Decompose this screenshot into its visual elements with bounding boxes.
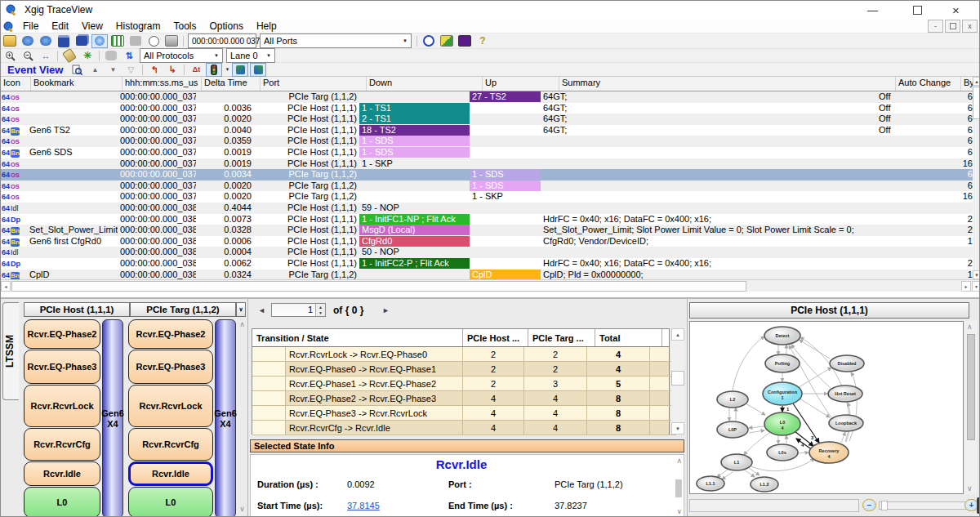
decode-b-icon[interactable] [250,63,266,77]
scroll-down-icon[interactable]: ▼ [671,422,684,435]
report-icon[interactable] [127,34,144,48]
col-header-summary[interactable]: Summary [559,77,896,91]
nav-spinner[interactable]: 1 ▲▼ [271,303,326,317]
scroll-up-icon[interactable]: ▲ [671,328,684,341]
save-icon[interactable] [56,34,72,48]
ltssm-state-rcvr-rcvrcfg[interactable]: Rcvr.RcvrCfg [24,428,100,461]
statistics-icon[interactable] [439,34,455,48]
nav-prev-icon[interactable]: ◄ [258,306,265,314]
prev-event-icon[interactable]: ▲ [87,63,103,77]
marker-icon[interactable]: ✳ [79,49,96,63]
table-row[interactable]: 64OS000:00:00.000_0370.0020PCIe Targ (1,… [1,181,973,192]
state-node-recovery[interactable]: Recovery4 [809,442,849,463]
timer-icon[interactable] [145,34,162,48]
state-node-l2[interactable]: L2 [717,391,748,408]
scroll-up-icon[interactable]: ∧ [967,323,973,331]
col-header-down[interactable]: Down [367,77,483,91]
table-row[interactable]: 64OS000:00:00.000_0370.0359PCIe Host (1,… [1,136,973,147]
info-scroll-down-icon[interactable]: ∨ [676,507,682,515]
menu-histogram[interactable]: Histogram [109,20,167,32]
ltssm-state-l0[interactable]: L0 [24,487,100,517]
ltssm-state-rcvr-idle[interactable]: Rcvr.Idle [24,461,100,486]
state-node-l0p[interactable]: L0P [717,421,748,438]
transition-vscrollbar[interactable]: ▲ ▼ [671,328,684,435]
ltssm-scroll-down-icon[interactable]: ∨ [238,505,246,513]
jump-up-icon[interactable]: ↰ [146,63,163,77]
lane-combo[interactable]: Lane 0▼ [226,48,275,63]
analyzer-icon[interactable] [457,34,473,48]
table-row[interactable]: 64Dp000:00:00.000_0380.0073PCIe Host (1,… [1,214,973,225]
transition-row[interactable]: Rcvr.EQ-Phase0 -> Rcvr.EQ-Phase1224 [252,362,669,377]
menu-view[interactable]: View [75,20,109,32]
zoom-out-icon[interactable] [20,49,36,63]
ltssm-dropdown-icon[interactable]: ∨ [236,302,246,317]
next-event-icon[interactable]: ▼ [105,63,121,77]
ports-combo[interactable]: All Ports▼ [260,33,412,48]
state-node-l1[interactable]: L1 [721,454,752,470]
ltssm-state-rcvr-eq-phase3[interactable]: Rcvr.EQ-Phase3 [24,350,100,384]
state-node-l1-1[interactable]: L1.1 [697,476,724,491]
ltssm-tab[interactable]: LTSSM [2,302,19,400]
info-clock-icon[interactable] [421,34,437,48]
table-row[interactable]: 64OS000:00:00.000_0370.0019PCIe Host (1,… [1,158,973,170]
ltssm-port-header[interactable]: PCIe Targ (1,1,2) [130,302,236,317]
table-row[interactable]: 64OS000:00:00.000_0370.0020PCIe Targ (1,… [1,191,973,203]
zoom-in-icon[interactable] [2,49,18,63]
diagram-canvas[interactable]: DetectPollingConfiguration1L04L2L0PL0sRe… [689,321,964,494]
mdi-minimize-button[interactable]: - [928,20,943,33]
state-node-loopback[interactable]: Loopback [829,415,863,431]
table-row[interactable]: 64BnGen6 SDS000:00:00.000_0370.0019PCIe … [1,147,973,158]
minimize-button[interactable]: — [854,1,891,19]
jump-down-icon[interactable]: ↳ [164,63,180,77]
menu-file[interactable]: File [16,20,45,32]
ltssm-state-rcvr-rcvrlock[interactable]: Rcvr.RcvrLock [24,385,100,427]
trans-col-1[interactable]: PCIe Host ... [463,329,528,346]
event-table-vscrollbar[interactable]: ▲ ▼ [973,77,980,279]
tag-icon[interactable] [61,49,78,63]
table-row[interactable]: 64OS000:00:00.000_037PCIe Targ (1,1,2)27… [1,91,973,103]
zoom-out-icon[interactable]: − [862,499,876,511]
state-node-l0[interactable]: L04 [764,412,800,435]
transition-row[interactable]: Rcvr.RcvrLock -> Rcvr.EQ-Phase0224 [252,347,669,362]
help-icon[interactable]: ? [474,34,491,48]
scroll-up-icon[interactable]: ▲ [973,77,980,86]
open-file-icon[interactable] [2,34,18,48]
state-node-l1-2[interactable]: L1.2 [751,477,778,492]
table-row[interactable]: 64BnGen6 first CfgRd0000:00:00.000_0380.… [1,236,973,247]
traffic-light-icon[interactable] [206,63,222,77]
grid-view-icon[interactable] [109,34,126,48]
diagram-hscrollbar[interactable] [689,499,859,512]
col-header-bookmark[interactable]: Bookmark [31,77,122,91]
updown-sync-icon[interactable]: ⇅ [121,49,137,63]
ltssm-port-header[interactable]: PCIe Host (1,1,1) [24,302,130,317]
ltssm-state-rcvr-rcvrlock[interactable]: Rcvr.RcvrLock [128,385,213,427]
event-table-hscrollbar[interactable]: ◄ ► ▼ [1,279,980,292]
start-time-link[interactable]: 37.8145 [347,501,380,510]
state-node-detect[interactable]: Detect [764,327,800,345]
col-header-auto-change[interactable]: Auto Change [896,77,961,91]
snapshot-icon[interactable] [163,34,180,48]
scroll-down-icon[interactable]: ∨ [967,484,973,492]
trans-col-3[interactable]: Total [595,329,662,346]
zoom-slider-thumb[interactable] [881,501,888,510]
world-view-icon[interactable] [91,34,108,48]
decode-a-icon[interactable] [232,63,248,77]
nav-next-icon[interactable]: ► [382,306,390,314]
col-header-icon[interactable]: Icon [1,77,31,91]
ltssm-state-rcvr-rcvrcfg[interactable]: Rcvr.RcvrCfg [128,428,213,461]
maximize-button[interactable] [899,1,936,19]
table-row[interactable]: 64OS000:00:00.000_0370.0020PCIe Host (1,… [1,114,973,125]
close-button[interactable]: × [938,1,974,19]
info-scroll-up-icon[interactable]: ∧ [676,457,682,465]
menu-help[interactable]: Help [250,20,283,32]
mdi-close-button[interactable]: x [962,20,978,33]
transition-row[interactable]: Rcvr.EQ-Phase1 -> Rcvr.EQ-Phase2235 [252,377,669,391]
ltssm-state-rcvr-eq-phase2[interactable]: Rcvr.EQ-Phase2 [128,319,213,349]
trans-col-2[interactable]: PCIe Targ ... [528,329,595,346]
find-event-icon[interactable] [69,63,85,77]
fit-width-icon[interactable]: ↔ [38,49,54,63]
ltssm-state-rcvr-eq-phase2[interactable]: Rcvr.EQ-Phase2 [24,319,100,349]
filter-icon[interactable]: ▽ [122,63,139,77]
state-node-disabled[interactable]: Disabled [830,355,864,372]
table-row[interactable]: 64OS000:00:00.000_0370.0034PCIe Targ (1,… [1,169,973,181]
